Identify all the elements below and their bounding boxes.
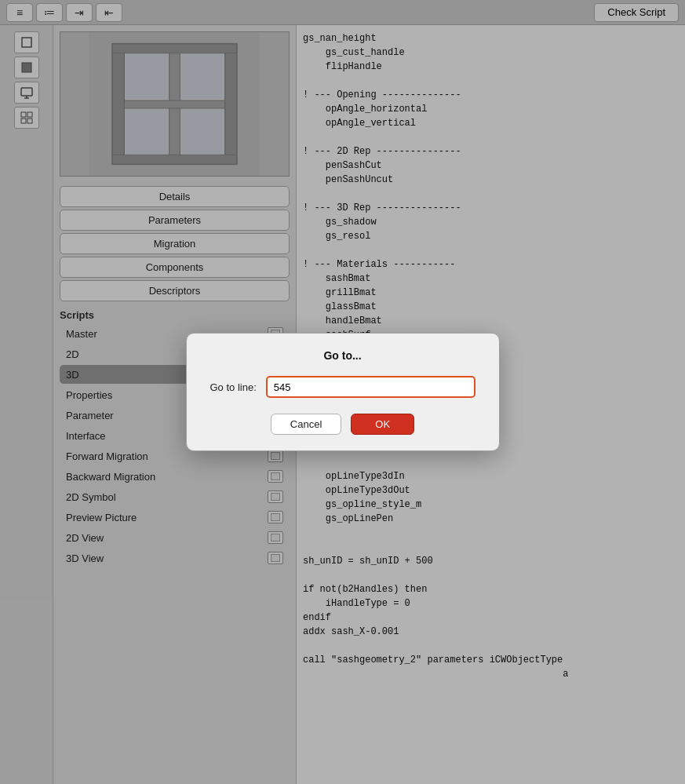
cancel-button[interactable]: Cancel: [271, 414, 341, 435]
modal-title: Go to...: [210, 349, 475, 362]
ok-button[interactable]: OK: [351, 414, 414, 435]
goto-modal: Go to... Go to line: Cancel OK: [186, 333, 500, 451]
modal-input-row: Go to line:: [210, 376, 475, 398]
goto-line-label: Go to line:: [210, 381, 257, 393]
modal-buttons: Cancel OK: [210, 414, 475, 435]
modal-overlay: Go to... Go to line: Cancel OK: [0, 0, 685, 784]
goto-line-input[interactable]: [266, 376, 475, 398]
